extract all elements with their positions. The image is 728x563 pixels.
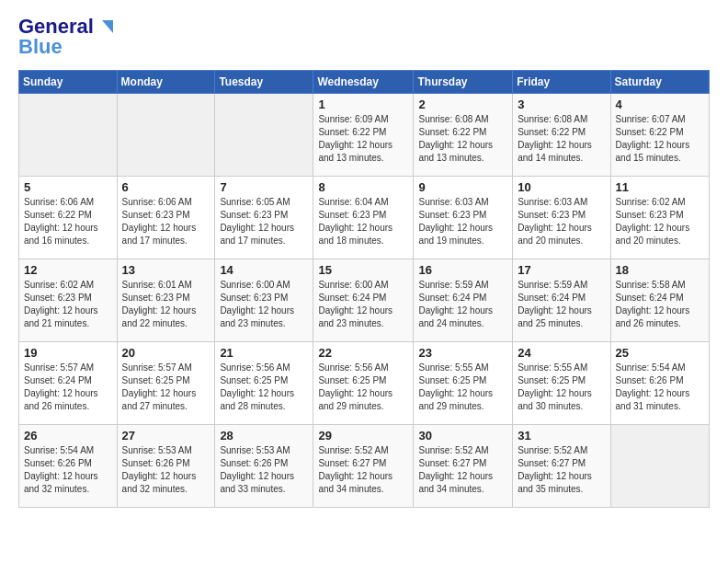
calendar-cell: 25Sunrise: 5:54 AM Sunset: 6:26 PM Dayli…	[610, 342, 709, 425]
calendar-cell: 10Sunrise: 6:03 AM Sunset: 6:23 PM Dayli…	[513, 177, 610, 259]
day-info: Sunrise: 6:03 AM Sunset: 6:23 PM Dayligh…	[518, 196, 605, 247]
day-info: Sunrise: 6:08 AM Sunset: 6:22 PM Dayligh…	[518, 113, 605, 165]
day-info: Sunrise: 6:05 AM Sunset: 6:23 PM Dayligh…	[220, 196, 308, 247]
day-number: 29	[318, 429, 408, 442]
day-info: Sunrise: 6:00 AM Sunset: 6:23 PM Dayligh…	[220, 279, 308, 330]
day-number: 7	[220, 180, 308, 194]
calendar-cell: 3Sunrise: 6:08 AM Sunset: 6:22 PM Daylig…	[513, 94, 610, 177]
day-number: 13	[122, 263, 210, 277]
calendar-cell: 24Sunrise: 5:55 AM Sunset: 6:25 PM Dayli…	[513, 342, 610, 425]
header-friday: Friday	[513, 71, 610, 94]
day-info: Sunrise: 6:08 AM Sunset: 6:22 PM Dayligh…	[418, 113, 507, 165]
day-info: Sunrise: 6:06 AM Sunset: 6:23 PM Dayligh…	[122, 196, 210, 247]
calendar-cell: 9Sunrise: 6:03 AM Sunset: 6:23 PM Daylig…	[414, 177, 513, 259]
day-number: 5	[24, 180, 112, 194]
day-info: Sunrise: 6:07 AM Sunset: 6:22 PM Dayligh…	[616, 113, 704, 165]
day-info: Sunrise: 5:57 AM Sunset: 6:25 PM Dayligh…	[122, 362, 210, 413]
day-number: 9	[418, 180, 507, 194]
header: General Blue	[18, 15, 710, 59]
day-number: 28	[220, 429, 308, 442]
logo-icon	[95, 17, 115, 37]
calendar-cell: 27Sunrise: 5:53 AM Sunset: 6:26 PM Dayli…	[117, 425, 215, 508]
day-number: 2	[418, 98, 507, 111]
calendar-cell: 19Sunrise: 5:57 AM Sunset: 6:24 PM Dayli…	[19, 342, 118, 425]
calendar-cell: 17Sunrise: 5:59 AM Sunset: 6:24 PM Dayli…	[513, 259, 610, 342]
day-number: 26	[24, 429, 112, 442]
calendar-cell: 7Sunrise: 6:05 AM Sunset: 6:23 PM Daylig…	[215, 177, 313, 259]
day-number: 30	[418, 429, 507, 442]
calendar-cell: 28Sunrise: 5:53 AM Sunset: 6:26 PM Dayli…	[215, 425, 313, 508]
day-info: Sunrise: 6:00 AM Sunset: 6:24 PM Dayligh…	[318, 279, 408, 330]
calendar-cell	[215, 94, 313, 177]
calendar-week-4: 19Sunrise: 5:57 AM Sunset: 6:24 PM Dayli…	[19, 342, 710, 425]
day-number: 6	[122, 180, 210, 194]
calendar-week-2: 5Sunrise: 6:06 AM Sunset: 6:22 PM Daylig…	[19, 177, 710, 259]
svg-marker-0	[102, 20, 113, 33]
calendar-cell: 26Sunrise: 5:54 AM Sunset: 6:26 PM Dayli…	[19, 425, 118, 508]
day-info: Sunrise: 5:59 AM Sunset: 6:24 PM Dayligh…	[518, 279, 605, 330]
day-info: Sunrise: 6:04 AM Sunset: 6:23 PM Dayligh…	[318, 196, 408, 247]
calendar-cell	[117, 94, 215, 177]
day-number: 16	[418, 263, 507, 277]
day-info: Sunrise: 5:54 AM Sunset: 6:26 PM Dayligh…	[616, 362, 704, 413]
calendar-cell	[19, 94, 118, 177]
calendar-cell: 2Sunrise: 6:08 AM Sunset: 6:22 PM Daylig…	[414, 94, 513, 177]
calendar-table: SundayMondayTuesdayWednesdayThursdayFrid…	[18, 70, 710, 508]
calendar-week-5: 26Sunrise: 5:54 AM Sunset: 6:26 PM Dayli…	[19, 425, 710, 508]
calendar-week-3: 12Sunrise: 6:02 AM Sunset: 6:23 PM Dayli…	[19, 259, 710, 342]
day-number: 4	[616, 98, 704, 111]
day-info: Sunrise: 5:53 AM Sunset: 6:26 PM Dayligh…	[220, 444, 308, 496]
day-number: 31	[518, 429, 605, 442]
day-info: Sunrise: 5:53 AM Sunset: 6:26 PM Dayligh…	[122, 444, 210, 496]
day-number: 1	[318, 98, 408, 111]
calendar-cell: 22Sunrise: 5:56 AM Sunset: 6:25 PM Dayli…	[313, 342, 414, 425]
day-number: 23	[418, 346, 507, 360]
day-info: Sunrise: 5:59 AM Sunset: 6:24 PM Dayligh…	[418, 279, 507, 330]
day-number: 27	[122, 429, 210, 442]
day-number: 22	[318, 346, 408, 360]
day-number: 11	[616, 180, 704, 194]
day-number: 24	[518, 346, 605, 360]
day-info: Sunrise: 5:55 AM Sunset: 6:25 PM Dayligh…	[518, 362, 605, 413]
day-info: Sunrise: 5:55 AM Sunset: 6:25 PM Dayligh…	[418, 362, 507, 413]
day-info: Sunrise: 5:52 AM Sunset: 6:27 PM Dayligh…	[318, 444, 408, 496]
calendar-cell: 20Sunrise: 5:57 AM Sunset: 6:25 PM Dayli…	[117, 342, 215, 425]
day-number: 10	[518, 180, 605, 194]
calendar-cell: 6Sunrise: 6:06 AM Sunset: 6:23 PM Daylig…	[117, 177, 215, 259]
calendar-cell: 8Sunrise: 6:04 AM Sunset: 6:23 PM Daylig…	[313, 177, 414, 259]
calendar-cell: 23Sunrise: 5:55 AM Sunset: 6:25 PM Dayli…	[414, 342, 513, 425]
calendar-cell: 18Sunrise: 5:58 AM Sunset: 6:24 PM Dayli…	[610, 259, 709, 342]
calendar-header-row: SundayMondayTuesdayWednesdayThursdayFrid…	[19, 71, 710, 94]
header-monday: Monday	[117, 71, 215, 94]
day-info: Sunrise: 5:52 AM Sunset: 6:27 PM Dayligh…	[518, 444, 605, 496]
day-info: Sunrise: 5:58 AM Sunset: 6:24 PM Dayligh…	[616, 279, 704, 330]
day-info: Sunrise: 5:54 AM Sunset: 6:26 PM Dayligh…	[24, 444, 112, 496]
day-number: 25	[616, 346, 704, 360]
day-number: 14	[220, 263, 308, 277]
header-sunday: Sunday	[19, 71, 118, 94]
day-info: Sunrise: 6:02 AM Sunset: 6:23 PM Dayligh…	[24, 279, 112, 330]
logo: General Blue	[18, 15, 115, 59]
calendar-cell: 29Sunrise: 5:52 AM Sunset: 6:27 PM Dayli…	[313, 425, 414, 508]
calendar-cell: 12Sunrise: 6:02 AM Sunset: 6:23 PM Dayli…	[19, 259, 118, 342]
calendar-cell: 15Sunrise: 6:00 AM Sunset: 6:24 PM Dayli…	[313, 259, 414, 342]
day-number: 17	[518, 263, 605, 277]
day-number: 21	[220, 346, 308, 360]
logo-blue: Blue	[18, 35, 63, 59]
day-info: Sunrise: 6:02 AM Sunset: 6:23 PM Dayligh…	[616, 196, 704, 247]
day-info: Sunrise: 5:56 AM Sunset: 6:25 PM Dayligh…	[220, 362, 308, 413]
header-wednesday: Wednesday	[313, 71, 414, 94]
calendar-cell: 1Sunrise: 6:09 AM Sunset: 6:22 PM Daylig…	[313, 94, 414, 177]
day-number: 8	[318, 180, 408, 194]
header-saturday: Saturday	[610, 71, 709, 94]
day-info: Sunrise: 5:57 AM Sunset: 6:24 PM Dayligh…	[24, 362, 112, 413]
calendar-cell	[610, 425, 709, 508]
calendar-cell: 31Sunrise: 5:52 AM Sunset: 6:27 PM Dayli…	[513, 425, 610, 508]
day-number: 3	[518, 98, 605, 111]
calendar-cell: 13Sunrise: 6:01 AM Sunset: 6:23 PM Dayli…	[117, 259, 215, 342]
day-info: Sunrise: 5:56 AM Sunset: 6:25 PM Dayligh…	[318, 362, 408, 413]
header-thursday: Thursday	[414, 71, 513, 94]
day-info: Sunrise: 6:09 AM Sunset: 6:22 PM Dayligh…	[318, 113, 408, 165]
day-number: 12	[24, 263, 112, 277]
header-tuesday: Tuesday	[215, 71, 313, 94]
